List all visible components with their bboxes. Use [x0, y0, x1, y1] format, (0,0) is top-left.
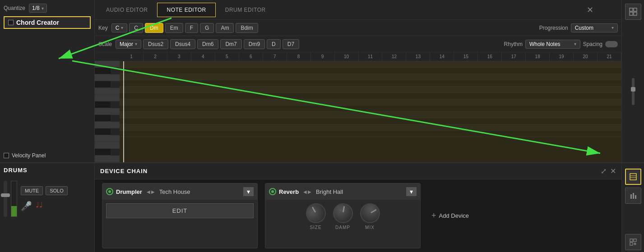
reverb-power-dot	[271, 190, 274, 193]
piano-key[interactable]	[95, 122, 120, 128]
solo-button[interactable]: SOLO	[46, 186, 68, 195]
scale-chord-Dsus2[interactable]: Dsus2	[143, 39, 168, 49]
chord-btn-Em[interactable]: Em	[165, 23, 183, 33]
piano-key[interactable]	[95, 74, 120, 81]
rhythm-area: Rhythm Whole Notes ▾ Spacing	[504, 40, 618, 49]
drumpler-next-arrow[interactable]: ▶	[151, 189, 155, 194]
device-chain-actions: ⤢ ✕	[601, 167, 616, 175]
reverb-power-button[interactable]	[269, 188, 276, 195]
svg-rect-15	[634, 239, 636, 242]
scale-chord-D7[interactable]: D7	[283, 39, 299, 49]
editor-area: AUDIO EDITOR NOTE EDITOR DRUM EDITOR ✕ K…	[95, 0, 621, 162]
spacing-label: Spacing	[583, 41, 602, 47]
mix-knob-group: MIX	[360, 203, 380, 230]
chord-btn-C[interactable]: C	[129, 23, 143, 33]
size-knob[interactable]	[302, 200, 329, 227]
scale-chord-Dm7[interactable]: Dm7	[220, 39, 241, 49]
svg-rect-0	[630, 8, 633, 11]
rhythm-select[interactable]: Whole Notes ▾	[525, 40, 580, 49]
drumpler-body: EDIT	[102, 200, 257, 222]
progression-label: Progression	[539, 25, 568, 31]
chord-row: Key C ▾ C Dm Em F G Am Bdim Progression …	[95, 20, 621, 36]
svg-rect-8	[630, 174, 636, 180]
drums-controls: MUTE SOLO 🎤 ♩♩	[4, 181, 91, 217]
piano-key[interactable]	[95, 142, 120, 149]
roll-grid[interactable]: 1 2 3 4 5 6 7 8 9 10 11 12 13 14	[120, 52, 621, 162]
chord-creator-label: Chord Creator	[16, 19, 59, 26]
drumpler-device: Drumpler ◀ ▶ Tech House ▾ EDIT	[102, 183, 258, 248]
mix-knob[interactable]	[356, 200, 383, 227]
mic-icon[interactable]: 🎤	[21, 201, 32, 211]
piano-key[interactable]	[95, 68, 111, 74]
progression-select[interactable]: Custom ▾	[571, 23, 618, 32]
bottom-section: DRUMS MUTE SOLO	[0, 162, 644, 252]
chord-btn-F[interactable]: F	[185, 23, 198, 33]
quantize-select[interactable]: 1/8 ▾	[29, 4, 47, 13]
drumpler-edit-button[interactable]: EDIT	[106, 203, 254, 218]
piano-key[interactable]	[95, 156, 120, 162]
piano-key[interactable]	[95, 135, 120, 142]
rhythm-label: Rhythm	[504, 41, 523, 47]
scale-chord-Dm9[interactable]: Dm9	[244, 39, 265, 49]
svg-rect-11	[630, 194, 632, 199]
chord-btn-G[interactable]: G	[200, 23, 214, 33]
drumpler-dropdown-button[interactable]: ▾	[243, 187, 254, 196]
mix-knob-label: MIX	[365, 225, 375, 230]
chord-btn-Bdim[interactable]: Bdim	[236, 23, 258, 33]
scale-chord-D[interactable]: D	[267, 39, 281, 49]
drumpler-power-dot	[108, 190, 111, 193]
damp-knob[interactable]	[331, 202, 354, 225]
rhythm-dropdown-arrow: ▾	[574, 41, 576, 46]
svg-rect-16	[630, 243, 633, 245]
reverb-dropdown-button[interactable]: ▾	[406, 187, 417, 196]
close-button[interactable]: ✕	[583, 3, 597, 17]
tab-note-editor[interactable]: NOTE EDITOR	[157, 3, 215, 17]
key-select[interactable]: C ▾	[111, 23, 128, 32]
chord-creator-box: Chord Creator	[4, 16, 91, 29]
piano-key[interactable]	[95, 108, 120, 115]
scale-select[interactable]: Major ▾	[116, 40, 141, 49]
damp-knob-label: DAMP	[335, 225, 350, 230]
expand-icon-button[interactable]	[625, 4, 641, 20]
tab-audio-editor[interactable]: AUDIO EDITOR	[97, 3, 157, 17]
piano-key[interactable]	[95, 128, 111, 135]
reverb-next-arrow[interactable]: ▶	[308, 189, 311, 194]
piano-key[interactable]	[95, 81, 111, 88]
reverb-prev-arrow[interactable]: ◀	[303, 189, 307, 194]
mixer-view-button[interactable]	[625, 188, 641, 204]
velocity-panel-checkbox[interactable]	[4, 153, 9, 158]
device-view-button[interactable]	[625, 169, 641, 185]
piano-key[interactable]	[95, 101, 111, 108]
scale-chord-Dm6[interactable]: Dm6	[197, 39, 218, 49]
scale-dropdown-arrow: ▾	[135, 41, 137, 46]
device-chain-close-button[interactable]: ✕	[610, 167, 616, 175]
drum-fader-container	[4, 181, 17, 217]
piano-key[interactable]	[95, 88, 120, 95]
scale-chord-Dsus4[interactable]: Dsus4	[170, 39, 195, 49]
drums-action-area: MUTE SOLO 🎤 ♩♩	[21, 186, 68, 211]
drum-fader[interactable]	[4, 181, 7, 217]
grid-add-button[interactable]	[625, 234, 641, 250]
device-chain-expand-icon[interactable]: ⤢	[601, 167, 607, 175]
chord-btn-Am[interactable]: Am	[216, 23, 234, 33]
device-chain-area: DEVICE CHAIN ⤢ ✕ Drumpler	[95, 163, 621, 252]
wave-icon[interactable]: ♩♩	[36, 201, 43, 211]
piano-key[interactable]	[95, 115, 111, 122]
piano-key[interactable]	[95, 95, 120, 101]
drums-sidebar: DRUMS MUTE SOLO	[0, 163, 95, 252]
piano-key[interactable]	[95, 61, 120, 68]
add-device-icon: +	[431, 211, 436, 220]
piano-key[interactable]	[95, 149, 111, 156]
mute-button[interactable]: MUTE	[21, 186, 43, 195]
add-device-button[interactable]: + Add Device	[424, 207, 476, 224]
chord-btn-Dm[interactable]: Dm	[145, 23, 163, 33]
svg-rect-13	[635, 195, 636, 199]
drumpler-prev-arrow[interactable]: ◀	[147, 189, 150, 194]
chord-creator-checkbox[interactable]	[8, 20, 14, 25]
spacing-toggle[interactable]	[605, 41, 618, 47]
drum-icons-row: 🎤 ♩♩	[21, 201, 68, 211]
tab-bar: AUDIO EDITOR NOTE EDITOR DRUM EDITOR ✕	[95, 0, 621, 20]
drumpler-power-button[interactable]	[106, 188, 113, 195]
tab-drum-editor[interactable]: DRUM EDITOR	[216, 3, 275, 17]
level-meter	[11, 181, 17, 217]
